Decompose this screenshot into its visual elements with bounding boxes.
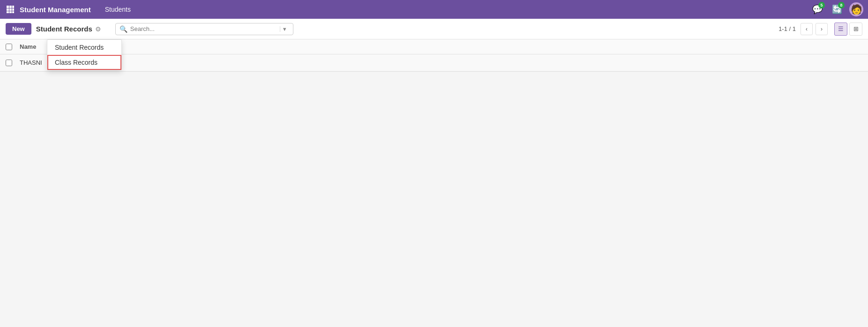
svg-rect-5 xyxy=(12,8,14,11)
search-dropdown-button[interactable]: ▼ xyxy=(280,26,289,32)
avatar-icon: 🧑 xyxy=(851,4,862,15)
dropdown-menu: Student Records Class Records xyxy=(47,39,122,70)
list-view-button[interactable]: ☰ xyxy=(834,23,847,36)
row-checkbox[interactable] xyxy=(6,60,12,66)
svg-rect-2 xyxy=(12,6,14,8)
table-container: Name THASNI xyxy=(0,39,868,72)
table-header: Name xyxy=(0,39,868,54)
user-avatar[interactable]: 🧑 xyxy=(849,2,863,16)
column-name-header: Name xyxy=(20,43,862,50)
chat-button[interactable]: 💬 5 xyxy=(810,2,825,17)
table-row[interactable]: THASNI xyxy=(0,54,868,71)
svg-rect-6 xyxy=(7,11,9,13)
chat-badge: 5 xyxy=(818,2,825,8)
search-icon: 🔍 xyxy=(120,25,127,33)
dropdown-class-records[interactable]: Class Records xyxy=(47,55,121,70)
search-input[interactable] xyxy=(130,25,278,32)
topbar-right: 💬 5 🔄 8 🧑 xyxy=(810,2,863,17)
kanban-view-button[interactable]: ⊞ xyxy=(849,23,862,36)
search-container: 🔍 ▼ xyxy=(115,23,293,35)
svg-rect-0 xyxy=(7,6,9,8)
list-view-icon: ☰ xyxy=(838,25,844,32)
header-checkbox-col xyxy=(6,44,20,50)
refresh-button[interactable]: 🔄 8 xyxy=(830,2,845,17)
svg-rect-4 xyxy=(9,8,12,11)
svg-rect-3 xyxy=(7,8,9,11)
kanban-view-icon: ⊞ xyxy=(853,25,859,32)
row-checkbox-col xyxy=(6,60,20,66)
select-all-checkbox[interactable] xyxy=(6,44,12,50)
grid-icon[interactable] xyxy=(5,4,16,15)
svg-rect-1 xyxy=(9,6,12,8)
pagination-info: 1-1 / 1 xyxy=(778,25,796,32)
dropdown-student-records[interactable]: Student Records xyxy=(47,40,121,55)
row-name: THASNI xyxy=(20,59,862,66)
pagination-next-button[interactable]: › xyxy=(816,23,828,35)
refresh-badge: 8 xyxy=(838,2,845,8)
new-button[interactable]: New xyxy=(6,23,31,35)
nav-students[interactable]: Students xyxy=(100,4,135,15)
settings-icon[interactable]: ⚙ xyxy=(95,25,101,33)
app-name: Student Management xyxy=(20,6,91,14)
svg-rect-7 xyxy=(9,11,12,13)
page-title: Student Records xyxy=(36,25,92,33)
toolbar: New Student Records ⚙ Student Records Cl… xyxy=(0,19,868,39)
pagination-prev-button[interactable]: ‹ xyxy=(801,23,813,35)
pagination: 1-1 / 1 ‹ › ☰ ⊞ xyxy=(778,23,862,36)
main-content xyxy=(0,72,868,327)
svg-rect-8 xyxy=(12,11,14,13)
view-toggle: ☰ ⊞ xyxy=(834,23,862,36)
topbar: Student Management Students 💬 5 🔄 8 🧑 xyxy=(0,0,868,19)
